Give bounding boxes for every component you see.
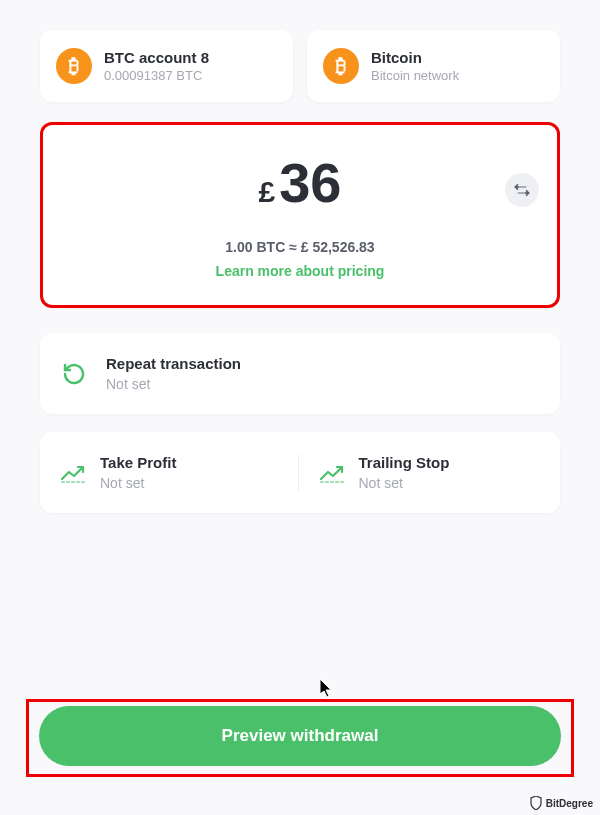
preview-withdrawal-button[interactable]: Preview withdrawal	[39, 706, 561, 766]
amount-input-card[interactable]: £ 36 1.00 BTC ≈ £ 52,526.83 Learn more a…	[40, 122, 560, 308]
bitcoin-icon: ₿	[323, 48, 359, 84]
trailing-stop-value: Not set	[359, 475, 450, 491]
currency-symbol: £	[259, 175, 276, 209]
repeat-icon	[60, 360, 88, 388]
exchange-rate: 1.00 BTC ≈ £ 52,526.83	[63, 239, 537, 255]
network-selector[interactable]: ₿ Bitcoin Bitcoin network	[307, 30, 560, 102]
learn-more-pricing-link[interactable]: Learn more about pricing	[63, 263, 537, 279]
amount-value: 36	[279, 155, 341, 211]
swap-icon	[513, 181, 531, 199]
repeat-title: Repeat transaction	[106, 355, 241, 372]
take-profit-title: Take Profit	[100, 454, 176, 471]
network-title: Bitcoin	[371, 49, 459, 66]
account-title: BTC account 8	[104, 49, 209, 66]
trailing-stop-option[interactable]: Trailing Stop Not set	[299, 454, 541, 491]
trend-up-icon	[319, 463, 345, 483]
trend-up-icon	[60, 463, 86, 483]
shield-icon	[530, 796, 542, 810]
account-balance: 0.00091387 BTC	[104, 68, 209, 83]
watermark: BitDegree	[530, 796, 593, 810]
swap-currency-button[interactable]	[505, 173, 539, 207]
take-profit-option[interactable]: Take Profit Not set	[60, 454, 299, 491]
take-profit-value: Not set	[100, 475, 176, 491]
network-sub: Bitcoin network	[371, 68, 459, 83]
repeat-value: Not set	[106, 376, 241, 392]
repeat-transaction-option[interactable]: Repeat transaction Not set	[40, 333, 560, 414]
trailing-stop-title: Trailing Stop	[359, 454, 450, 471]
bitcoin-icon: ₿	[56, 48, 92, 84]
watermark-text: BitDegree	[546, 798, 593, 809]
account-selector[interactable]: ₿ BTC account 8 0.00091387 BTC	[40, 30, 293, 102]
